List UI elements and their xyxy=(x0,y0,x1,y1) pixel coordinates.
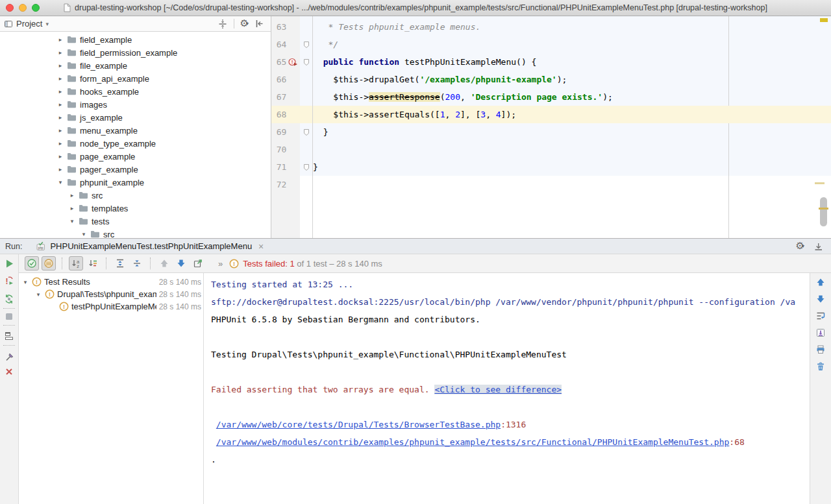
test-name: testPhpUnitExampleMenu xyxy=(71,302,156,311)
project-tree-item-form_api_example[interactable]: ▸form_api_example xyxy=(0,72,271,85)
hide-bottom-icon[interactable] xyxy=(813,241,823,251)
expand-arrow-icon[interactable]: ▸ xyxy=(57,75,64,82)
code-line-69[interactable]: 69 } xyxy=(271,123,831,141)
previous-occurrence-icon[interactable] xyxy=(157,256,171,270)
export-test-results-icon[interactable] xyxy=(191,256,205,270)
expand-arrow-icon[interactable]: ▸ xyxy=(57,101,64,108)
expand-arrow-icon[interactable]: ▸ xyxy=(57,88,64,95)
code-line-66[interactable]: 66 $this->drupalGet('/examples/phpunit-e… xyxy=(271,71,831,88)
error-stripe-warning-mark[interactable] xyxy=(815,182,825,184)
show-passed-icon[interactable] xyxy=(25,256,39,270)
folder-name: field_permission_example xyxy=(80,48,177,58)
settings-gear-icon[interactable]: ⚙▾ xyxy=(796,241,804,251)
test-tree-item[interactable]: ▾!Drupal\Tests\phpunit_example\Functiona… xyxy=(19,288,203,300)
chevron-down-icon[interactable]: ▾ xyxy=(45,21,49,27)
collapse-all-icon[interactable] xyxy=(217,19,228,29)
error-stripe-warning-mark[interactable] xyxy=(820,18,828,22)
project-tree-item-field_permission_example[interactable]: ▸field_permission_example xyxy=(0,46,271,59)
fold-marker-icon[interactable] xyxy=(303,41,310,49)
test-console[interactable]: Testing started at 13:25 ...sftp://docke… xyxy=(205,273,810,504)
project-tree-item-templates[interactable]: ▸templates xyxy=(0,202,271,215)
fold-marker-icon[interactable] xyxy=(303,58,310,66)
collapse-arrow-icon[interactable]: ▾ xyxy=(57,179,64,186)
editor[interactable]: 63 * Tests phpunit_example menus.64 */65… xyxy=(271,16,831,238)
test-failed-gutter-icon[interactable]: ! xyxy=(288,58,300,66)
sort-alphabetically-icon[interactable]: az xyxy=(69,256,83,270)
console-hyperlink[interactable]: /var/www/web/core/tests/Drupal/Tests/Bro… xyxy=(216,420,501,429)
next-occurrence-icon[interactable] xyxy=(174,256,188,270)
print-icon[interactable] xyxy=(815,344,826,355)
collapse-all-icon[interactable] xyxy=(130,256,144,270)
collapse-arrow-icon[interactable]: ▾ xyxy=(69,218,75,224)
test-tree-item[interactable]: ▾!Test Results28 s 140 ms xyxy=(19,276,203,288)
project-tree-item-page_example[interactable]: ▸page_example xyxy=(0,150,271,163)
project-tree-item-images[interactable]: ▸images xyxy=(0,98,271,111)
stop-icon xyxy=(3,311,15,322)
fold-marker-icon[interactable] xyxy=(303,128,310,136)
expand-arrow-icon[interactable]: ▸ xyxy=(57,153,64,160)
console-hyperlink[interactable]: /var/www/web/modules/contrib/examples/ph… xyxy=(216,437,730,447)
close-window-button[interactable] xyxy=(6,4,14,12)
expand-arrow-icon[interactable]: ▸ xyxy=(69,205,75,211)
close-tab-icon[interactable]: × xyxy=(258,242,264,251)
rerun-icon[interactable] xyxy=(3,258,15,269)
expand-arrow-icon[interactable]: ▸ xyxy=(57,36,64,43)
hide-panel-icon[interactable] xyxy=(254,19,264,29)
project-tree-item-hooks_example[interactable]: ▸hooks_example xyxy=(0,85,271,98)
project-tree-item-js_example[interactable]: ▸js_example xyxy=(0,111,271,124)
code-line-65[interactable]: 65! public function testPhpUnitExampleMe… xyxy=(271,53,831,71)
expand-all-icon[interactable] xyxy=(113,256,127,270)
code-line-72[interactable]: 72 xyxy=(271,176,831,193)
project-tree-item-pager_example[interactable]: ▸pager_example xyxy=(0,163,271,176)
code-line-64[interactable]: 64 */ xyxy=(271,36,831,53)
expand-arrow-icon[interactable]: ▸ xyxy=(57,49,64,56)
run-configuration-tab[interactable]: php PHPUnitExampleMenuTest.testPhpUnitEx… xyxy=(31,239,269,254)
folder-name: field_example xyxy=(80,35,132,45)
minimize-window-button[interactable] xyxy=(19,4,27,12)
project-tree-item-file_example[interactable]: ▸file_example xyxy=(0,59,271,72)
down-stack-trace-icon[interactable] xyxy=(815,294,826,304)
console-hyperlink[interactable]: <Click to see difference> xyxy=(434,385,562,394)
expand-arrow-icon[interactable]: ▸ xyxy=(57,127,64,134)
clear-all-icon[interactable] xyxy=(815,361,826,372)
collapse-arrow-icon[interactable]: ▾ xyxy=(81,231,87,237)
project-tree-item-src[interactable]: ▾src xyxy=(0,228,271,238)
splitter[interactable] xyxy=(203,273,204,504)
project-tree-item-tests[interactable]: ▾tests xyxy=(0,215,271,228)
code-line-67[interactable]: 67 $this->assertResponse(200, 'Descripti… xyxy=(271,88,831,106)
toggle-auto-test-icon[interactable] xyxy=(3,294,15,304)
pin-tab-icon[interactable] xyxy=(3,352,15,363)
zoom-window-button[interactable] xyxy=(32,4,40,12)
project-panel-title[interactable]: Project xyxy=(16,19,42,29)
project-tree-item-src[interactable]: ▸src xyxy=(0,189,271,202)
code-line-63[interactable]: 63 * Tests phpunit_example menus. xyxy=(271,18,831,36)
soft-wrap-icon[interactable] xyxy=(815,311,826,321)
fold-marker-icon[interactable] xyxy=(303,163,310,171)
more-actions-chevron[interactable]: » xyxy=(218,259,223,269)
rerun-failed-tests-icon[interactable]: ! xyxy=(3,276,15,286)
expand-arrow-icon[interactable]: ▸ xyxy=(57,140,64,147)
collapse-arrow-icon[interactable]: ▾ xyxy=(34,291,42,298)
project-tree-item-menu_example[interactable]: ▸menu_example xyxy=(0,124,271,137)
close-icon[interactable] xyxy=(3,366,15,377)
code-line-68[interactable]: 68 $this->assertEquals([1, 2], [3, 4]); xyxy=(271,106,831,123)
settings-gear-icon[interactable]: ⚙▾ xyxy=(240,19,249,29)
up-stack-trace-icon[interactable] xyxy=(815,277,826,287)
code-line-70[interactable]: 70 xyxy=(271,141,831,158)
line-number: 67 xyxy=(271,92,286,102)
code-line-71[interactable]: 71} xyxy=(271,158,831,176)
sort-by-duration-icon[interactable] xyxy=(86,256,100,270)
expand-arrow-icon[interactable]: ▸ xyxy=(69,192,75,198)
expand-arrow-icon[interactable]: ▸ xyxy=(57,62,64,69)
test-tree-item[interactable]: !testPhpUnitExampleMenu28 s 140 ms xyxy=(19,300,203,313)
show-ignored-icon[interactable] xyxy=(42,256,56,270)
project-tree-item-phpunit_example[interactable]: ▾phpunit_example xyxy=(0,176,271,189)
expand-arrow-icon[interactable]: ▸ xyxy=(57,166,64,173)
project-tree-item-field_example[interactable]: ▸field_example xyxy=(0,33,271,46)
editor-vertical-scrollbar[interactable] xyxy=(820,197,827,226)
collapse-arrow-icon[interactable]: ▾ xyxy=(21,279,29,285)
restore-layout-icon[interactable] xyxy=(3,331,15,341)
scroll-to-end-icon[interactable] xyxy=(815,328,826,338)
expand-arrow-icon[interactable]: ▸ xyxy=(57,114,64,121)
project-tree-item-node_type_example[interactable]: ▸node_type_example xyxy=(0,137,271,150)
